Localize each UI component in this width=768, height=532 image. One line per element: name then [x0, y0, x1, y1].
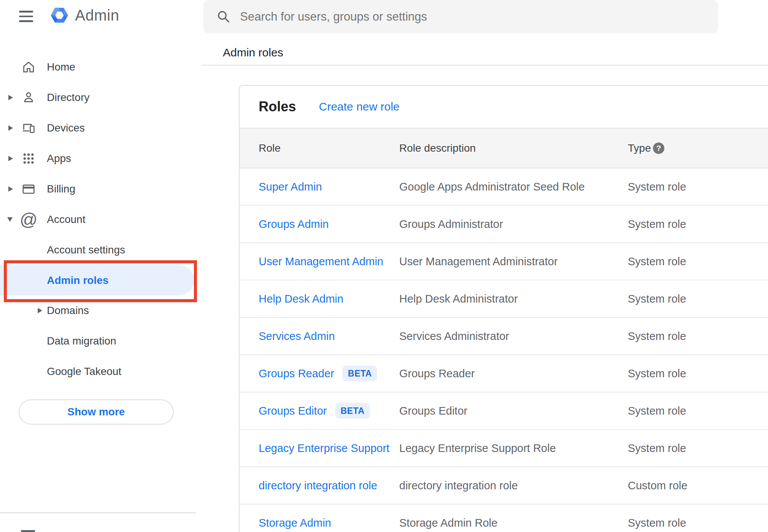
- chevron-right-icon[interactable]: [8, 186, 13, 192]
- sidebar-item-label: Directory: [47, 91, 90, 104]
- menu-icon[interactable]: [19, 11, 34, 22]
- role-type: System role: [628, 293, 686, 305]
- sidebar-item-label: Home: [47, 61, 75, 73]
- role-link[interactable]: Services Admin: [259, 330, 335, 343]
- sidebar-item-data-migration[interactable]: Data migration: [0, 326, 202, 356]
- role-link[interactable]: User Management Admin: [259, 255, 383, 268]
- devices-icon: [21, 121, 36, 135]
- role-description: Legacy Enterprise Support Role: [399, 442, 556, 455]
- role-link[interactable]: Groups Admin: [259, 218, 329, 231]
- sidebar-item-label: Admin roles: [47, 274, 109, 287]
- role-link[interactable]: Storage Admin: [259, 517, 331, 529]
- create-new-role-link[interactable]: Create new role: [319, 100, 400, 113]
- table-row: Groups Editor BETA Groups Editor System …: [240, 393, 768, 430]
- sidebar-item-label: Account: [47, 213, 85, 226]
- sidebar: Admin Home Directory: [0, 0, 202, 532]
- sidebar-item-home[interactable]: Home: [0, 52, 202, 82]
- google-admin-console: Admin Home Directory: [0, 0, 768, 532]
- table-row: User Management Admin User Management Ad…: [240, 243, 768, 280]
- role-type: System role: [628, 330, 686, 343]
- roles-title: Roles: [259, 99, 296, 115]
- sidebar-item-account[interactable]: @ Account: [0, 204, 202, 235]
- role-type: System role: [628, 218, 686, 231]
- role-description: Groups Administrator: [399, 218, 503, 231]
- role-type: Custom role: [628, 479, 687, 492]
- table-row: directory integration role directory int…: [240, 467, 768, 505]
- role-link[interactable]: Help Desk Admin: [259, 293, 343, 305]
- role-type: System role: [628, 181, 686, 193]
- column-header-role: Role: [259, 142, 281, 154]
- beta-badge: BETA: [335, 403, 370, 419]
- role-type: System role: [628, 517, 686, 529]
- role-link[interactable]: Groups Editor: [259, 405, 327, 417]
- sidebar-item-account-settings[interactable]: Account settings: [0, 235, 202, 265]
- column-header-type: Type: [628, 142, 651, 154]
- chevron-right-icon[interactable]: [8, 95, 13, 100]
- sidebar-item-google-takeout[interactable]: Google Takeout: [0, 356, 202, 387]
- role-description: Help Desk Administrator: [399, 293, 518, 305]
- sidebar-item-admin-roles[interactable]: Admin roles: [0, 265, 194, 295]
- show-more-button[interactable]: Show more: [19, 399, 174, 425]
- sidebar-item-label: Account settings: [47, 244, 125, 256]
- sidebar-item-label: Apps: [47, 152, 71, 165]
- roles-card: Roles Create new role Role Role descript…: [239, 85, 768, 532]
- sidebar-item-label: Domains: [47, 304, 89, 317]
- table-row: Services Admin Services Administrator Sy…: [240, 318, 768, 355]
- credit-card-icon: [21, 182, 36, 196]
- app-title: Admin: [75, 7, 119, 24]
- help-icon[interactable]: ?: [653, 143, 664, 154]
- table-row: Legacy Enterprise Support Legacy Enterpr…: [240, 430, 768, 467]
- sidebar-item-label: Devices: [47, 122, 85, 134]
- roles-card-header: Roles Create new role: [240, 86, 768, 128]
- role-link[interactable]: directory integration role: [259, 479, 377, 492]
- role-type: System role: [628, 405, 686, 417]
- person-icon: [21, 90, 36, 105]
- at-sign-icon: @: [21, 212, 36, 227]
- chevron-down-icon[interactable]: [7, 217, 13, 222]
- sidebar-bottom-partial-icon: [21, 530, 35, 532]
- role-type: System role: [628, 367, 686, 380]
- sidebar-divider: [0, 512, 196, 513]
- role-description: Google Apps Administrator Seed Role: [399, 181, 585, 193]
- table-row: Groups Admin Groups Administrator System…: [240, 206, 768, 243]
- home-icon: [21, 60, 36, 74]
- sidebar-item-apps[interactable]: Apps: [0, 143, 202, 174]
- role-link[interactable]: Groups Reader: [259, 367, 334, 380]
- table-row: Groups Reader BETA Groups Reader System …: [240, 355, 768, 393]
- role-description: directory integration role: [399, 479, 518, 492]
- admin-logo: Admin: [48, 5, 119, 25]
- sidebar-item-label: Data migration: [47, 335, 116, 347]
- sidebar-item-devices[interactable]: Devices: [0, 113, 202, 143]
- header-divider: [202, 65, 768, 66]
- search-icon: [216, 10, 231, 24]
- role-description: Groups Editor: [399, 405, 467, 417]
- chevron-right-icon[interactable]: [8, 125, 13, 131]
- breadcrumb: Admin roles: [223, 46, 283, 59]
- chevron-right-icon[interactable]: [38, 308, 42, 313]
- sidebar-item-label: Billing: [47, 183, 75, 195]
- sidebar-item-domains[interactable]: Domains: [0, 295, 202, 326]
- role-description: Storage Admin Role: [399, 517, 498, 529]
- beta-badge: BETA: [342, 366, 377, 381]
- sidebar-item-label: Google Takeout: [47, 365, 122, 378]
- role-description: Services Administrator: [399, 330, 509, 343]
- apps-grid-icon: [21, 151, 36, 166]
- role-link[interactable]: Super Admin: [259, 181, 322, 193]
- chevron-right-icon[interactable]: [8, 156, 13, 161]
- search-input[interactable]: [240, 0, 697, 34]
- role-link[interactable]: Legacy Enterprise Support: [259, 442, 389, 455]
- role-type: System role: [628, 442, 686, 455]
- sidebar-item-billing[interactable]: Billing: [0, 174, 202, 204]
- table-row: Help Desk Admin Help Desk Administrator …: [240, 280, 768, 318]
- sidebar-item-directory[interactable]: Directory: [0, 82, 202, 113]
- admin-logo-icon: [48, 6, 70, 25]
- table-row: Super Admin Google Apps Administrator Se…: [240, 168, 768, 206]
- column-header-description: Role description: [399, 142, 476, 154]
- table-row: Storage Admin Storage Admin Role System …: [240, 505, 768, 532]
- role-type: System role: [628, 255, 686, 268]
- role-description: Groups Reader: [399, 367, 475, 380]
- search-bar: [203, 0, 718, 34]
- sidebar-nav: Home Directory: [0, 52, 202, 387]
- role-description: User Management Administrator: [399, 255, 558, 268]
- table-header-row: Role Role description Type ?: [240, 128, 768, 168]
